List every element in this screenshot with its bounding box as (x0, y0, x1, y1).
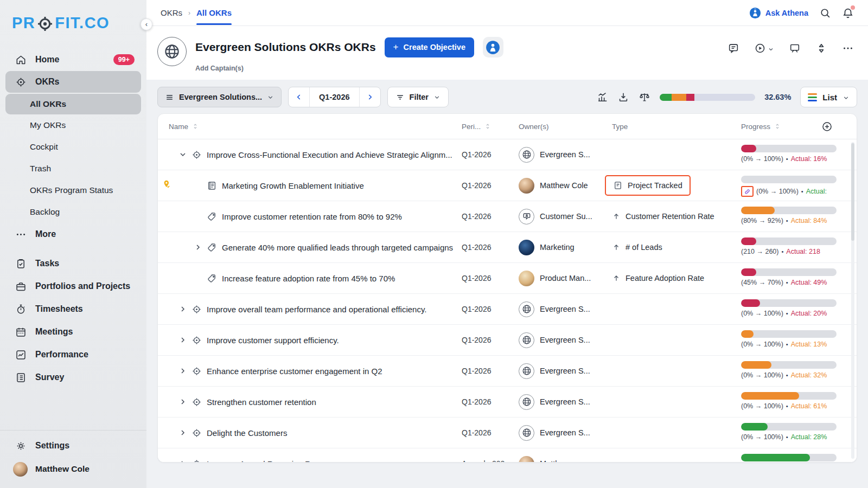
overall-progress-stacked-bar[interactable] (660, 94, 755, 101)
owner-name: Evergreen S... (540, 150, 590, 159)
notifications-bell-icon[interactable] (842, 7, 854, 19)
sidebar-item-label: Timesheets (35, 304, 83, 314)
name-cell: Improve customer retention rate from 80%… (169, 211, 462, 222)
progress-range: (45% → 70%) (741, 279, 783, 286)
download-icon[interactable] (617, 91, 629, 103)
filter-dropdown[interactable]: Filter (387, 87, 449, 107)
sort-icon[interactable] (192, 123, 199, 130)
table-row[interactable]: Marketing Growth Enablement InitiativeQ1… (158, 170, 857, 201)
sidebar-item-timesheets[interactable]: Timesheets (0, 298, 146, 320)
more-actions-icon[interactable] (842, 42, 854, 54)
sidebar-item-cockpit[interactable]: Cockpit (0, 136, 146, 158)
table-row[interactable]: Enhance enterprise customer engagement i… (158, 356, 857, 387)
period-cell: Q1-2026 (462, 428, 519, 437)
view-selector-dropdown[interactable]: List (800, 87, 857, 107)
team-selector-dropdown[interactable]: Evergreen Solutions... (157, 87, 282, 107)
sidebar-collapse-button[interactable]: ‹ (141, 18, 152, 30)
comments-icon[interactable] (727, 42, 739, 54)
table-body: Improve Cross-Functional Execution and A… (158, 139, 857, 463)
table-row[interactable]: Delight the CustomersQ1-2026Evergreen S.… (158, 418, 857, 448)
sidebar-item-all-okrs[interactable]: All OKRs (5, 94, 141, 114)
table-row[interactable]: Improve customer support efficiency.Q1-2… (158, 325, 857, 356)
sidebar-item-tasks[interactable]: Tasks (0, 252, 146, 275)
avatar (519, 209, 534, 224)
owner-cell: Marketing (519, 240, 612, 255)
avatar (519, 363, 534, 379)
table-row[interactable]: Generate 40% more qualified leads throug… (158, 232, 857, 263)
sidebar-user[interactable]: Matthew Cole (0, 457, 146, 481)
row-name: Improve customer retention rate from 80%… (222, 212, 402, 221)
milestone-pin-icon (169, 181, 171, 191)
row-name: Increase feature adoption rate from 45% … (222, 274, 395, 283)
breadcrumb-parent[interactable]: OKRs (161, 8, 182, 17)
progress-cell: (0% → 100%)•Actual: 28% (741, 418, 846, 441)
owner-cell: Evergreen S... (519, 301, 612, 317)
create-objective-button[interactable]: + Create Objective (385, 37, 474, 57)
table-row[interactable]: Increase Annual Recurring Re...Annual - … (158, 448, 857, 463)
progress-actual: Actual: 61% (791, 402, 827, 410)
content-area: Evergreen Solutions... Q1-2026 (146, 80, 868, 488)
expand-collapse-icon[interactable] (815, 42, 827, 54)
sidebar-item-okrs-program-status[interactable]: OKRs Program Status (0, 179, 146, 201)
sort-icon[interactable] (484, 123, 492, 130)
bullet-separator: • (781, 248, 783, 255)
sidebar-item-more[interactable]: More (0, 223, 146, 246)
chevron-down-icon (433, 94, 441, 101)
row-expander[interactable] (178, 459, 187, 463)
progress-bar (741, 207, 837, 214)
search-icon[interactable] (819, 7, 831, 19)
progress-cell: (0% → 100%)•Actual: 61% (741, 387, 846, 410)
objective-icon (192, 335, 202, 345)
progress-label: (210 → 260)•Actual: 218 (741, 248, 846, 255)
ask-athena-button[interactable]: Ask Athena (749, 7, 808, 19)
add-captains-link[interactable]: Add Captain(s) (195, 65, 503, 72)
progress-range: (0% → 100%) (741, 433, 783, 441)
progress-label: (0% → 100%)•Actual: (741, 186, 846, 197)
scrollbar-thumb[interactable] (851, 143, 854, 241)
table-row[interactable]: Strengthen customer retentionQ1-2026Ever… (158, 387, 857, 418)
next-period-button[interactable] (360, 87, 380, 107)
insights-chart-icon[interactable] (596, 91, 608, 103)
table-row[interactable]: Increase feature adoption rate from 45% … (158, 263, 857, 294)
sidebar-item-home[interactable]: Home99+ (0, 48, 146, 71)
sidebar-item-performance[interactable]: Performance (0, 343, 146, 366)
athena-assistant-button[interactable] (483, 37, 503, 57)
previous-period-button[interactable] (289, 87, 309, 107)
progress-range: (0% → 100%) (741, 341, 783, 348)
sidebar-item-trash[interactable]: Trash (0, 158, 146, 179)
progress-actual: Actual: 28% (791, 433, 827, 441)
table-row[interactable]: Improve Cross-Functional Execution and A… (158, 139, 857, 170)
avatar (519, 332, 534, 348)
row-expander[interactable] (178, 397, 187, 406)
table-row[interactable]: Improve customer retention rate from 80%… (158, 201, 857, 232)
presentation-icon[interactable] (789, 42, 801, 54)
sort-icon[interactable] (774, 123, 781, 130)
sidebar-item-settings[interactable]: Settings (0, 435, 146, 457)
sidebar-item-my-okrs[interactable]: My OKRs (0, 114, 146, 136)
row-expander[interactable] (178, 305, 187, 313)
progress-bar-fill (741, 268, 756, 276)
table-row[interactable]: Improve overall team performance and ope… (158, 294, 857, 325)
row-expander[interactable] (194, 243, 202, 252)
progress-bar (741, 361, 837, 369)
row-expander[interactable] (178, 428, 187, 437)
row-expander[interactable] (178, 336, 187, 344)
app-logo[interactable]: PR FIT.CO (0, 0, 146, 32)
add-column-button[interactable] (821, 121, 833, 132)
row-expander[interactable] (178, 367, 187, 375)
progress-range: (0% → 100%) (741, 402, 783, 410)
user-name: Matthew Cole (35, 464, 90, 474)
row-expander[interactable] (178, 150, 187, 159)
sidebar-item-survey[interactable]: Survey (0, 366, 146, 389)
period-value[interactable]: Q1-2026 (309, 87, 359, 107)
sidebar-item-meetings[interactable]: Meetings (0, 320, 146, 343)
compare-scales-icon[interactable] (639, 91, 650, 103)
breadcrumb-current[interactable]: All OKRs (196, 8, 232, 17)
sidebar-item-portfolios-and-projects[interactable]: Portfolios and Projects (0, 275, 146, 298)
sidebar-item-okrs[interactable]: OKRs (5, 71, 141, 93)
sidebar-item-backlog[interactable]: Backlog (0, 201, 146, 223)
link-icon[interactable] (741, 186, 754, 197)
column-period: Peri... (462, 123, 481, 131)
play-tour-button[interactable] (754, 42, 774, 54)
project-icon (207, 181, 217, 191)
